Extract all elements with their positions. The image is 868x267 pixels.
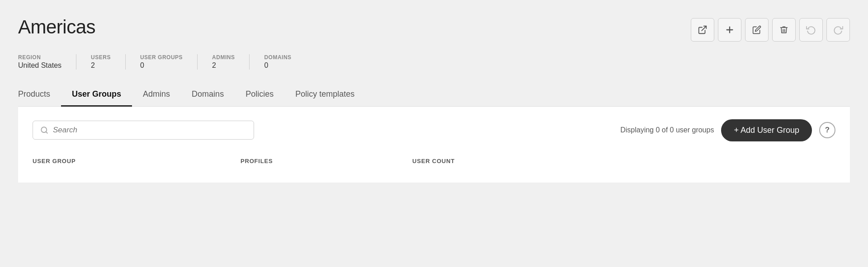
stat-region-label: REGION bbox=[18, 54, 61, 61]
tab-domains[interactable]: Domains bbox=[181, 84, 235, 107]
stat-domains-value: 0 bbox=[264, 61, 291, 70]
tab-products[interactable]: Products bbox=[18, 84, 61, 107]
tab-policy-templates[interactable]: Policy templates bbox=[284, 84, 365, 107]
col-header-profiles: PROFILES bbox=[241, 158, 412, 164]
add-button[interactable] bbox=[718, 18, 741, 42]
toolbar bbox=[691, 18, 850, 42]
right-actions: Displaying 0 of 0 user groups + Add User… bbox=[620, 119, 835, 141]
tab-policies[interactable]: Policies bbox=[235, 84, 284, 107]
header-row: Americas bbox=[18, 16, 850, 42]
stat-users-value: 2 bbox=[91, 61, 111, 70]
svg-line-4 bbox=[46, 131, 47, 133]
add-user-group-button[interactable]: + Add User Group bbox=[721, 119, 812, 141]
stat-users: USERS 2 bbox=[91, 54, 126, 70]
stat-region: REGION United States bbox=[18, 54, 76, 70]
displaying-text: Displaying 0 of 0 user groups bbox=[620, 126, 714, 134]
edit-button[interactable] bbox=[745, 18, 769, 42]
stat-user-groups-value: 0 bbox=[140, 61, 183, 70]
search-input[interactable] bbox=[53, 126, 246, 135]
page-title: Americas bbox=[18, 16, 95, 38]
tabs-row: Products User Groups Admins Domains Poli… bbox=[18, 84, 850, 107]
stat-users-label: USERS bbox=[91, 54, 111, 61]
tab-user-groups[interactable]: User Groups bbox=[61, 84, 132, 107]
stat-admins-label: ADMINS bbox=[212, 54, 235, 61]
stats-row: REGION United States USERS 2 USER GROUPS… bbox=[18, 54, 850, 70]
search-box bbox=[33, 121, 254, 140]
stat-domains-label: DOMAINS bbox=[264, 54, 291, 61]
stat-user-groups: USER GROUPS 0 bbox=[140, 54, 198, 70]
page-container: Americas bbox=[0, 0, 868, 267]
delete-button[interactable] bbox=[772, 18, 796, 42]
stat-region-value: United States bbox=[18, 61, 61, 70]
table-headers: USER GROUP PROFILES USER COUNT bbox=[33, 154, 835, 168]
search-actions-row: Displaying 0 of 0 user groups + Add User… bbox=[33, 119, 835, 141]
stat-user-groups-label: USER GROUPS bbox=[140, 54, 183, 61]
col-header-user-count: USER COUNT bbox=[412, 158, 835, 164]
search-icon bbox=[40, 126, 48, 134]
stat-admins-value: 2 bbox=[212, 61, 235, 70]
content-area: Displaying 0 of 0 user groups + Add User… bbox=[18, 107, 850, 183]
tab-admins[interactable]: Admins bbox=[132, 84, 181, 107]
help-button[interactable]: ? bbox=[819, 122, 835, 138]
open-external-button[interactable] bbox=[691, 18, 714, 42]
redo-button[interactable] bbox=[826, 18, 850, 42]
stat-domains: DOMAINS 0 bbox=[264, 54, 306, 70]
stat-admins: ADMINS 2 bbox=[212, 54, 250, 70]
svg-line-0 bbox=[702, 26, 706, 31]
undo-button[interactable] bbox=[799, 18, 823, 42]
col-header-user-group: USER GROUP bbox=[33, 158, 241, 164]
